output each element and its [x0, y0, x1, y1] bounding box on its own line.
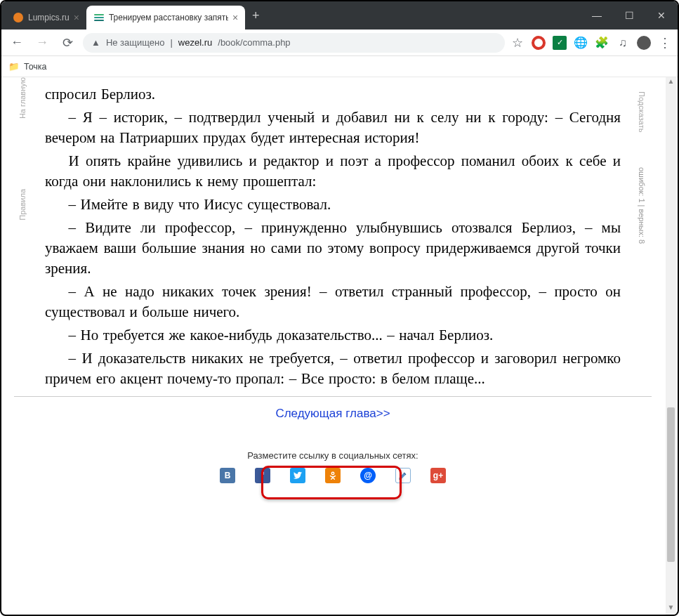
- browser-toolbar: ← → ⟳ ▲ Не защищено | wezel.ru/book/comm…: [1, 30, 678, 56]
- back-button[interactable]: ←: [7, 35, 27, 50]
- share-facebook-icon[interactable]: f: [255, 468, 270, 483]
- share-gplus-icon[interactable]: g+: [430, 468, 446, 483]
- green-check-ext-icon[interactable]: ✓: [553, 36, 567, 50]
- reload-button[interactable]: ⟳: [58, 35, 77, 51]
- paragraph: – А не надо никаких точек зрения! – отве…: [45, 282, 621, 322]
- address-bar[interactable]: ▲ Не защищено | wezel.ru/book/comma.php: [83, 33, 505, 53]
- insecure-label: Не защищено: [106, 37, 165, 48]
- tab-close-icon[interactable]: ×: [74, 12, 79, 23]
- share-icons-row: B f @ g+: [14, 468, 652, 483]
- svg-point-3: [331, 472, 334, 475]
- left-rail: На главную Правила: [14, 77, 31, 457]
- rail-hint-link[interactable]: Подсказать: [638, 77, 646, 132]
- globe-ext-icon[interactable]: 🌐: [574, 36, 588, 50]
- share-ok-icon[interactable]: [325, 468, 341, 483]
- share-vk-icon[interactable]: B: [220, 468, 235, 483]
- url-path: /book/comma.php: [218, 37, 290, 48]
- vertical-scrollbar[interactable]: ▲ ▼: [666, 77, 676, 615]
- page-viewport: На главную Правила Подсказать ошибок: 1 …: [1, 77, 678, 615]
- rail-stats: ошибок: 1 | верных: 8: [638, 153, 646, 244]
- bookmark-star-icon[interactable]: ☆: [510, 36, 525, 50]
- share-livejournal-icon[interactable]: [395, 468, 411, 483]
- tab-close-icon[interactable]: ×: [232, 12, 238, 23]
- separator-line: [14, 396, 652, 397]
- tab-title: Lumpics.ru: [28, 13, 70, 22]
- page-content: На главную Правила Подсказать ошибок: 1 …: [1, 77, 666, 615]
- right-rail: Подсказать ошибок: 1 | верных: 8: [633, 77, 650, 457]
- folder-icon: 📁: [8, 61, 20, 72]
- tab-strip: Lumpics.ru × Тренируем расстановку запят…: [1, 1, 581, 30]
- svg-rect-0: [94, 14, 104, 15]
- svg-rect-1: [94, 17, 104, 18]
- favicon-wezel: [93, 12, 105, 23]
- browser-menu-icon[interactable]: ⋮: [658, 36, 672, 50]
- window-maximize-button[interactable]: ☐: [613, 1, 645, 30]
- window-titlebar: Lumpics.ru × Тренируем расстановку запят…: [1, 1, 678, 30]
- scroll-down-icon[interactable]: ▼: [666, 603, 676, 615]
- paragraph: – И доказательств никаких не требуется, …: [45, 348, 621, 389]
- separator: |: [170, 37, 172, 48]
- bookmarks-bar: 📁 Точка: [1, 56, 678, 77]
- window-close-button[interactable]: ✕: [645, 1, 678, 30]
- forward-button[interactable]: →: [32, 35, 52, 50]
- paragraph: – Но требуется же какое-нибудь доказател…: [45, 325, 621, 346]
- rail-home-link[interactable]: На главную: [18, 77, 27, 133]
- window-minimize-button[interactable]: —: [581, 1, 613, 30]
- tab-lumpics[interactable]: Lumpics.ru ×: [6, 6, 86, 30]
- reader-text[interactable]: спросил Берлиоз. – Я – историк, – подтве…: [45, 84, 621, 389]
- favicon-lumpics: [13, 12, 24, 23]
- paragraph: спросил Берлиоз.: [45, 84, 621, 105]
- new-tab-button[interactable]: +: [245, 8, 267, 23]
- tab-title: Тренируем расстановку запяты: [109, 13, 228, 22]
- url-host: wezel.ru: [178, 37, 212, 48]
- opera-ext-icon[interactable]: [532, 36, 546, 50]
- bookmark-item[interactable]: Точка: [24, 62, 47, 72]
- next-chapter-link[interactable]: Следующая глава>>: [265, 402, 400, 425]
- scroll-up-icon[interactable]: ▲: [666, 77, 676, 89]
- share-label: Разместите ссылку в социальных сетях:: [14, 450, 652, 461]
- rail-rules-link[interactable]: Правила: [18, 189, 27, 235]
- paragraph: – Я – историк, – подтвердил ученый и доб…: [45, 107, 621, 148]
- paragraph: – Имейте в виду что Иисус существовал.: [45, 195, 621, 215]
- share-twitter-icon[interactable]: [290, 468, 305, 483]
- share-mailru-icon[interactable]: @: [360, 468, 376, 483]
- svg-rect-2: [94, 20, 104, 21]
- profile-avatar[interactable]: [637, 36, 651, 50]
- extensions-icon[interactable]: 🧩: [595, 36, 609, 50]
- extension-icons: ☆ ✓ 🌐 🧩 ♫ ⋮: [510, 36, 672, 50]
- paragraph: И опять крайне удивились и редактор и по…: [45, 151, 621, 192]
- tab-wezel[interactable]: Тренируем расстановку запяты ×: [86, 6, 245, 30]
- insecure-icon: ▲: [91, 37, 100, 48]
- paragraph: – Видите ли профессор, – принужденно улы…: [45, 218, 621, 279]
- music-ext-icon[interactable]: ♫: [616, 36, 630, 50]
- scrollbar-thumb[interactable]: [667, 407, 675, 562]
